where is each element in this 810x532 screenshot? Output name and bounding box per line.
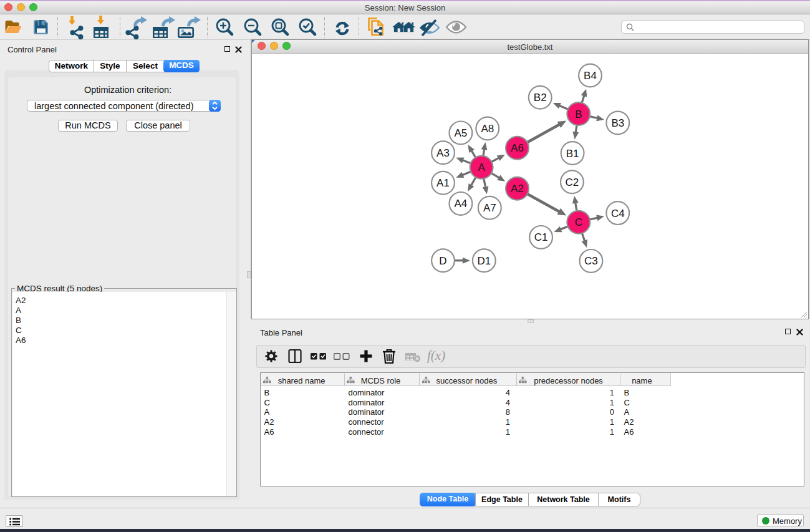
svg-text:A8: A8 [481,123,494,135]
svg-text:C2: C2 [565,177,579,188]
svg-text:A7: A7 [483,202,496,214]
svg-text:A3: A3 [436,147,450,159]
svg-text:C1: C1 [534,231,547,243]
svg-text:B4: B4 [584,70,597,82]
svg-text:B: B [575,109,582,120]
svg-text:C4: C4 [610,208,624,220]
svg-text:B2: B2 [533,92,546,104]
svg-text:A1: A1 [436,177,450,189]
svg-text:A2: A2 [511,183,524,195]
svg-text:C: C [574,216,582,228]
svg-text:A6: A6 [511,142,524,154]
svg-text:A4: A4 [454,198,467,210]
svg-text:B3: B3 [611,117,624,129]
svg-text:A5: A5 [454,127,467,139]
svg-text:A: A [478,162,485,173]
svg-text:B1: B1 [566,148,579,160]
svg-text:D: D [439,255,446,267]
svg-text:D1: D1 [477,255,491,267]
svg-text:C3: C3 [584,255,598,267]
